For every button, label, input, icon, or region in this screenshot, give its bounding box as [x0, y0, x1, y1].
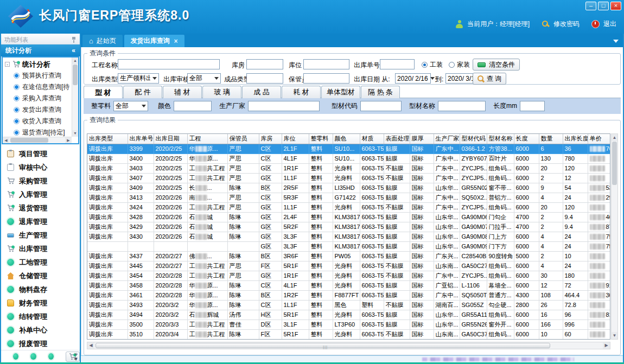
pin-icon[interactable]: [71, 36, 77, 43]
tree-item[interactable]: 在途信息查询[待: [5, 81, 71, 93]
sidebar-item-采购管理[interactable]: 采购管理: [1, 174, 80, 188]
scroll-left-icon[interactable]: ◀: [87, 342, 94, 349]
scroll-right-icon[interactable]: ▶: [603, 342, 610, 349]
sidebar-item-生产管理[interactable]: 生产管理: [1, 228, 80, 242]
sidebar-item-审核中心[interactable]: 审核中心: [1, 161, 80, 174]
grid-horizontal-scrollbar[interactable]: ◀ ||| ▶: [87, 342, 610, 349]
column-header-保管员[interactable]: 保管员: [227, 134, 259, 144]
scroll-left-icon[interactable]: ◀: [3, 137, 9, 144]
sidebar-item-补单中心[interactable]: 补单中心: [1, 323, 80, 337]
code-input[interactable]: [360, 101, 402, 111]
clear-conditions-button[interactable]: 清空条件: [473, 59, 520, 71]
column-header-出库单号[interactable]: 出库单号: [128, 134, 154, 144]
column-header-生产厂家[interactable]: 生产厂家: [434, 134, 460, 144]
column-header-颜色[interactable]: 颜色: [333, 134, 360, 144]
material-tab-5[interactable]: 成 品: [242, 86, 281, 98]
color-input[interactable]: [174, 101, 212, 111]
tree-item[interactable]: 预算执行查询: [5, 70, 71, 81]
close-button[interactable]: ×: [610, 2, 621, 10]
material-tab-3[interactable]: 辅 材: [163, 86, 202, 98]
tree-item[interactable]: 发货出库查询: [5, 104, 71, 116]
keeper-input[interactable]: [303, 73, 349, 84]
logout-link[interactable]: 退出: [603, 20, 616, 29]
table-row[interactable]: 调拨出库34582020/2/28华原...陈琳C区4L1F整料光身料6063-…: [87, 280, 610, 290]
column-header-库位[interactable]: 库位: [282, 134, 309, 144]
column-header-单价[interactable]: 单价: [588, 134, 610, 144]
table-row[interactable]: 调拨出库35002020/3/3工共工程曹佳D区3L1F整料LT3P606063…: [87, 320, 610, 329]
scrollbar-thumb[interactable]: [73, 65, 78, 85]
material-tab-8[interactable]: 隔 热 条: [361, 86, 400, 98]
column-header-型材名称[interactable]: 型材名称: [487, 134, 514, 144]
product-type-input[interactable]: [246, 73, 283, 84]
sidebar-item-项目管理[interactable]: 项目管理: [1, 147, 80, 161]
sidebar-item-入库管理[interactable]: 入库管理: [1, 188, 80, 201]
material-tab-2[interactable]: 配 件: [123, 86, 162, 98]
collapse-icon[interactable]: «: [72, 47, 75, 54]
column-header-出库长度[interactable]: 出库长度: [563, 134, 588, 144]
sidebar-item-物料盘存[interactable]: 物料盘存: [1, 283, 80, 296]
scroll-right-icon[interactable]: ▶: [65, 137, 72, 144]
change-password-link[interactable]: 修改密码: [553, 20, 580, 29]
table-row[interactable]: 调拨出库34302020/2/26石城陈琳G区3L3F整料KLM38176063…: [87, 232, 610, 241]
column-header-工程[interactable]: 工程: [187, 134, 227, 144]
tree-horizontal-scrollbar[interactable]: ◀ ▶: [3, 137, 72, 143]
table-row[interactable]: 调拨出库34072020/2/25工共工程严思G区1L1F整料光身料6063-T…: [87, 173, 610, 183]
scrollbar-thumb[interactable]: |||: [95, 343, 550, 348]
table-row[interactable]: 调拨出库34372020/2/27佛...陈琳B区3R6F整料PW056063-…: [87, 251, 610, 261]
scroll-down-icon[interactable]: ▼: [72, 130, 78, 137]
minimize-button[interactable]: –: [585, 2, 596, 10]
sidebar-item-工地管理[interactable]: 工地管理: [1, 256, 80, 269]
teal-circle-icon[interactable]: [13, 353, 18, 360]
sidebar-item-报废管理[interactable]: 报废管理: [1, 337, 80, 350]
scroll-down-icon[interactable]: ▼: [612, 332, 617, 339]
radio-jiazhuang[interactable]: 家装: [449, 60, 470, 69]
column-header-膜厚[interactable]: 膜厚: [410, 134, 434, 144]
project-name-input[interactable]: [118, 59, 220, 69]
name-input[interactable]: [438, 101, 486, 111]
material-tab-1[interactable]: 型 材: [84, 86, 123, 99]
stats-section-header[interactable]: 统计分析 «: [1, 44, 80, 56]
tab-overflow-caret-icon[interactable]: [613, 40, 619, 43]
table-row[interactable]: 调拨出库34942020/3/2石辉城汤伟H区5R1F整料光身料6063-T5贴…: [87, 310, 610, 320]
table-row[interactable]: 调拨出库34452020/2/27工共工程严思F区5R1F整料光身料6063-T…: [87, 261, 610, 271]
column-header-出库日期[interactable]: 出库日期: [154, 134, 187, 144]
column-header-材质[interactable]: 材质: [360, 134, 384, 144]
tab-close-icon[interactable]: ×: [174, 37, 178, 45]
length-input[interactable]: [520, 101, 545, 111]
column-header-长度[interactable]: 长度: [514, 134, 539, 144]
sidebar-item-财务管理[interactable]: 财务管理: [1, 296, 80, 310]
maximize-button[interactable]: □: [598, 2, 609, 10]
column-header-出库类型[interactable]: 出库类型: [87, 134, 128, 144]
cart-button[interactable]: [66, 352, 80, 362]
audit-select[interactable]: 全部: [187, 73, 221, 84]
scrollbar-thumb[interactable]: [612, 142, 617, 185]
column-header-库房[interactable]: 库房: [259, 134, 282, 144]
tree-item[interactable]: 采购入库查询: [5, 93, 71, 104]
scrollbar-thumb[interactable]: [10, 138, 48, 143]
overflow-chevron[interactable]: »▾: [74, 352, 78, 361]
manufacturer-input[interactable]: [248, 101, 320, 111]
material-tab-6[interactable]: 耗 材: [282, 86, 321, 98]
table-row[interactable]: G区3L3F整料KLM38176063-T5贴膜国标山东华...GA90M09.…: [87, 241, 610, 251]
scroll-up-icon[interactable]: ▲: [612, 134, 617, 141]
date-from-select[interactable]: 2020/ 2/16: [395, 73, 431, 84]
table-row[interactable]: 调拨出库34002020/2/25华原...严思C区4L1F整料SU10...6…: [87, 154, 610, 163]
table-row[interactable]: 调拨出库34932020/3/2华原...陈琳C区1L1F整料黑色塑料不贴膜国标…: [87, 300, 610, 310]
table-row[interactable]: 调拨出库34282020/2/26石城陈琳G区2L4F整料KLM38176063…: [87, 212, 610, 222]
warehouse-input[interactable]: [246, 59, 283, 69]
table-row[interactable]: 调拨出库35102020/3/4工共工程陈琳F区5R1F整料光身料6063-T5…: [87, 329, 610, 339]
table-row[interactable]: 调拨出库34032020/2/25工共工程严思G区1R1F整料光身料6063-T…: [87, 163, 610, 173]
column-header-表面处理[interactable]: 表面处理: [384, 134, 410, 144]
teal-circle-icon[interactable]: [30, 353, 36, 360]
material-tab-7[interactable]: 单体型材: [321, 86, 360, 98]
search-button[interactable]: 查 询: [473, 73, 506, 85]
tree-item[interactable]: 退货查询[待定]: [5, 127, 71, 137]
out-type-select[interactable]: 生产领料出库: [118, 73, 159, 84]
teal-circle-icon[interactable]: [48, 353, 54, 360]
tree-vertical-scrollbar[interactable]: ▲ ▼: [72, 58, 78, 137]
table-row[interactable]: 调拨出库34612020/2/28华原...陈琳B区1R2F整料F8877FT6…: [87, 290, 610, 300]
sidebar-item-结转管理[interactable]: 结转管理: [1, 310, 80, 323]
sidebar-item-仓储管理[interactable]: 仓储管理: [1, 269, 80, 283]
table-row[interactable]: 调拨出库33992020/2/25华原...严思C区2L1F整料SU10...6…: [87, 144, 610, 154]
location-input[interactable]: [303, 59, 349, 69]
